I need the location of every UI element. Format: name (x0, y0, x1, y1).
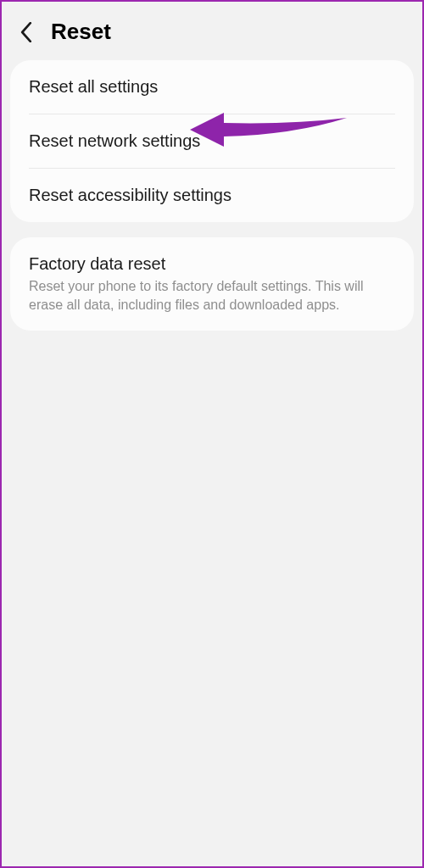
page-title: Reset (51, 19, 111, 45)
header: Reset (2, 2, 422, 60)
back-icon[interactable] (17, 23, 36, 42)
list-item-label: Factory data reset (29, 254, 395, 274)
reset-accessibility-settings-item[interactable]: Reset accessibility settings (10, 169, 414, 222)
list-item-label: Reset network settings (29, 131, 395, 151)
list-item-label: Reset all settings (29, 77, 395, 97)
factory-data-reset-item[interactable]: Factory data reset Reset your phone to i… (10, 237, 414, 331)
list-item-label: Reset accessibility settings (29, 186, 395, 205)
reset-all-settings-item[interactable]: Reset all settings (10, 60, 414, 114)
factory-reset-card: Factory data reset Reset your phone to i… (10, 237, 414, 331)
list-item-subtitle: Reset your phone to its factory default … (29, 277, 395, 314)
reset-network-settings-item[interactable]: Reset network settings (10, 114, 414, 168)
reset-options-card: Reset all settings Reset network setting… (10, 60, 414, 222)
